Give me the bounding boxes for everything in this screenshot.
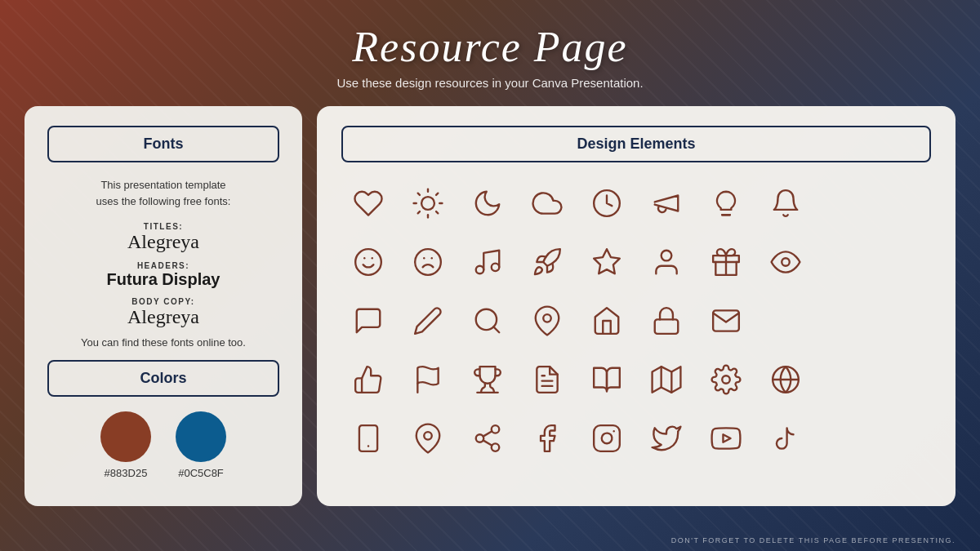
frown-icon <box>401 236 454 288</box>
colors-section-header: Colors <box>47 360 279 397</box>
share-icon <box>461 412 514 464</box>
titles-label: TITLES: <box>47 222 279 231</box>
headers-label: HEADERS: <box>47 261 279 270</box>
person-icon <box>639 236 693 288</box>
icons-grid <box>341 177 931 464</box>
svg-marker-31 <box>652 367 680 393</box>
location-icon <box>401 412 454 464</box>
smile-icon <box>341 236 394 288</box>
colors-section: Colors #883D25 #0C5C8F <box>47 360 279 479</box>
main-content: Fonts This presentation templateuses the… <box>0 106 980 506</box>
svg-line-7 <box>417 211 419 213</box>
color-swatch-2: #0C5C8F <box>176 411 226 479</box>
svg-point-0 <box>421 197 434 210</box>
fonts-note: You can find these fonts online too. <box>47 336 279 349</box>
svg-marker-47 <box>723 434 730 442</box>
empty-5 <box>759 295 812 347</box>
headers-entry: HEADERS: Futura Display <box>47 261 279 289</box>
svg-marker-19 <box>594 249 620 273</box>
rocket-icon <box>520 236 573 288</box>
map-icon <box>639 353 693 406</box>
design-elements-header: Design Elements <box>341 126 931 162</box>
header: Resource Page Use these design resources… <box>0 0 980 106</box>
fonts-description: This presentation templateuses the follo… <box>47 177 279 209</box>
lock-icon <box>639 295 693 347</box>
color-swatches: #883D25 #0C5C8F <box>47 411 279 479</box>
color-hex-2: #0C5C8F <box>178 467 224 479</box>
book-icon <box>580 353 633 406</box>
document-icon <box>520 353 573 406</box>
star-icon <box>580 236 633 288</box>
gift-icon <box>699 236 752 288</box>
svg-point-20 <box>661 251 671 261</box>
body-entry: BODY COPY: Alegreya <box>47 297 279 328</box>
thumbs-up-icon <box>341 353 394 406</box>
body-font-name: Alegreya <box>47 306 279 328</box>
moon-icon <box>461 177 514 229</box>
svg-line-25 <box>493 327 499 332</box>
empty-8 <box>818 353 871 406</box>
titles-entry: TITLES: Alegreya <box>47 222 279 253</box>
svg-point-40 <box>491 425 499 433</box>
svg-line-3 <box>417 193 419 195</box>
twitter-icon <box>639 412 693 464</box>
instagram-icon <box>580 412 633 464</box>
page-title: Resource Page <box>0 23 980 71</box>
flag-icon <box>401 353 454 406</box>
empty-11 <box>878 412 931 464</box>
empty-10 <box>818 412 871 464</box>
svg-point-17 <box>475 266 483 274</box>
svg-line-4 <box>436 211 438 213</box>
right-panel: Design Elements <box>317 106 956 506</box>
svg-point-23 <box>782 258 790 266</box>
youtube-icon <box>699 412 752 464</box>
empty-6 <box>818 295 871 347</box>
home-icon <box>580 295 633 347</box>
left-panel: Fonts This presentation templateuses the… <box>24 106 302 506</box>
svg-point-14 <box>415 249 441 275</box>
headers-font-name: Futura Display <box>47 270 279 289</box>
svg-rect-45 <box>594 425 620 451</box>
eye-icon <box>759 236 812 288</box>
empty-9 <box>878 353 931 406</box>
lightbulb-icon <box>699 177 752 229</box>
envelope-icon <box>699 295 752 347</box>
heart-icon <box>341 177 394 229</box>
body-label: BODY COPY: <box>47 297 279 306</box>
globe-icon <box>759 353 812 406</box>
svg-point-18 <box>491 264 499 272</box>
tiktok-icon <box>759 412 812 464</box>
cloud-icon <box>520 177 573 229</box>
pencil-icon <box>401 295 454 347</box>
svg-line-8 <box>436 193 438 195</box>
clock-icon <box>580 177 633 229</box>
fonts-section-header: Fonts <box>47 126 279 162</box>
search-icon <box>461 295 514 347</box>
bell-icon <box>759 177 812 229</box>
mobile-icon <box>341 412 394 464</box>
empty-3 <box>818 236 871 288</box>
color-circle-2 <box>176 411 226 462</box>
empty-7 <box>878 295 931 347</box>
empty-2 <box>878 177 931 229</box>
pin-icon <box>520 295 573 347</box>
trophy-icon <box>461 353 514 406</box>
gear-icon <box>699 353 752 406</box>
titles-font-name: Alegreya <box>47 231 279 253</box>
chat-bubble-icon <box>341 295 394 347</box>
empty-4 <box>878 236 931 288</box>
svg-point-42 <box>491 443 499 451</box>
svg-point-41 <box>475 434 483 442</box>
facebook-icon <box>520 412 573 464</box>
color-circle-1 <box>100 411 151 462</box>
svg-rect-37 <box>359 425 376 451</box>
svg-point-11 <box>355 249 381 275</box>
footer-note: DON'T FORGET TO DELETE THIS PAGE BEFORE … <box>671 536 956 544</box>
page-subtitle: Use these design resources in your Canva… <box>0 76 980 90</box>
svg-point-26 <box>543 314 551 322</box>
music-icon <box>461 236 514 288</box>
svg-point-34 <box>722 375 730 384</box>
megaphone-icon <box>639 177 693 229</box>
svg-line-43 <box>483 440 492 445</box>
svg-point-39 <box>424 432 432 440</box>
